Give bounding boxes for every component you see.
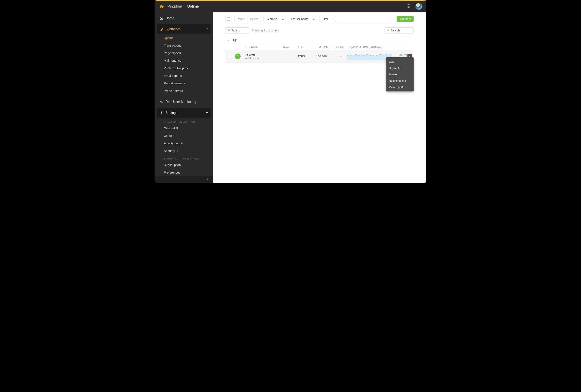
menu-item-pause[interactable]: Pause [386, 71, 414, 78]
breadcrumb: Pingdom › Uptime [168, 4, 199, 8]
group-label: up [233, 38, 237, 42]
sidebar-item-preferences[interactable]: Preferences [155, 169, 212, 176]
filter-dropdown[interactable]: Filter ▾ [320, 16, 336, 22]
app-switcher-icon[interactable] [406, 4, 411, 8]
sidebar-item-label: Settings [166, 111, 178, 115]
search-box[interactable] [384, 27, 414, 33]
svg-point-1 [161, 113, 162, 114]
check-type: HTTPS [296, 55, 313, 58]
gear-icon [159, 111, 164, 115]
menu-item-view-reports[interactable]: View reports [386, 84, 414, 90]
col-upsince[interactable]: UP SINCE [329, 45, 344, 48]
sidebar-item-public-status-page[interactable]: Public status page [155, 64, 212, 72]
delete-button[interactable]: Delete [247, 16, 261, 22]
group-header[interactable]: ▼ up [225, 38, 414, 44]
col-sitename[interactable]: SITE NAME▲ [245, 45, 283, 48]
app-header: Pingdom › Uptime [155, 0, 426, 12]
sort-asc-icon: ▲ [276, 45, 278, 48]
sidebar-item-email-reports[interactable]: Email reports [155, 72, 212, 79]
caret-down-icon: ▼ [227, 39, 230, 41]
sidebar-item-activity-log[interactable]: Activity Log⧉ [155, 139, 212, 147]
external-link-icon: ⧉ [181, 142, 183, 145]
chevron-up-icon [206, 27, 208, 31]
tags-input[interactable] [232, 29, 246, 32]
breadcrumb-root[interactable]: Pingdom [168, 4, 182, 8]
sidebar-item-label: Home [166, 16, 174, 20]
sidebar-subheader-syn: SYNTHETIC & RUM SETTINGS [155, 155, 212, 161]
tags-filter[interactable] [225, 27, 249, 33]
check-name: Instatus [245, 53, 282, 56]
breadcrumb-current: Uptime [187, 4, 199, 8]
sidebar-item-users[interactable]: Users⧉ [155, 132, 212, 139]
sidebar-collapse-button[interactable] [155, 176, 212, 183]
filter-toolbar: Showing 1 of 1 check [225, 27, 414, 33]
main-content: Pause Delete By status Last 24 hours [212, 12, 426, 183]
menu-item-hold-delete[interactable]: Hold to delete [386, 78, 414, 84]
sort-icon [313, 17, 315, 21]
brand-logo-icon[interactable] [159, 3, 164, 9]
col-uptime[interactable]: UPTIME [314, 45, 329, 48]
chevron-left-icon [206, 178, 209, 181]
select-all-checkbox[interactable] [227, 17, 230, 21]
menu-item-edit[interactable]: Edit [386, 59, 414, 65]
sidebar-item-maintenance[interactable]: Maintenance [155, 57, 212, 64]
sort-dropdown[interactable]: By status [264, 16, 286, 22]
svg-point-2 [387, 29, 389, 31]
sidebar-item-label: Real User Monitoring [166, 100, 196, 104]
sidebar-item-synthetics[interactable]: Synthetics [157, 24, 210, 34]
search-icon [387, 28, 390, 32]
sidebar-item-subscription[interactable]: Subscription [155, 161, 212, 169]
external-link-icon: ⧉ [176, 127, 178, 129]
sidebar-item-settings[interactable]: Settings [157, 108, 210, 118]
gauge-icon [159, 100, 164, 104]
sidebar-subheader-org: ORGANIZATION SETTINGS [155, 118, 212, 124]
caret-down-icon: ▾ [332, 18, 334, 20]
external-link-icon: ⧉ [174, 134, 175, 137]
sidebar-item-uptime[interactable]: Uptime [155, 34, 212, 42]
bulk-toolbar: Pause Delete By status Last 24 hours [225, 15, 414, 23]
synthetics-icon [159, 27, 164, 31]
sidebar-item-page-speed[interactable]: Page Speed [155, 49, 212, 57]
sidebar-item-security[interactable]: Security⧉ [155, 147, 212, 155]
col-response-time[interactable]: RESPONSE TIME / OUTAGES [344, 45, 408, 48]
results-count: Showing 1 of 1 check [252, 29, 279, 32]
response-time-sparkline [346, 52, 392, 60]
row-checkbox[interactable] [228, 55, 231, 58]
user-avatar[interactable] [415, 3, 422, 10]
menu-item-duplicate[interactable]: Duplicate [386, 65, 414, 71]
row-context-menu: Edit Duplicate Pause Hold to delete View… [386, 57, 414, 91]
col-tags[interactable]: TAGS [283, 45, 296, 48]
sidebar-item-report-banners[interactable]: Report banners [155, 79, 212, 87]
pause-button[interactable]: Pause [234, 16, 248, 22]
col-type[interactable]: TYPE [296, 45, 314, 48]
sidebar-item-rum[interactable]: Real User Monitoring [157, 97, 210, 107]
sidebar-item-general[interactable]: General⧉ [155, 124, 212, 132]
sort-icon [282, 17, 284, 21]
sidebar-item-transactions[interactable]: Transactions [155, 42, 212, 49]
external-link-icon: ⧉ [177, 150, 178, 152]
home-icon [159, 16, 164, 20]
response-ms: 288 ms [399, 53, 408, 56]
check-uptime: 100.00% [313, 55, 328, 58]
check-domain: instatus.com [245, 57, 282, 60]
sidebar: Home Synthetics Uptime Transactions Page… [155, 12, 212, 183]
add-new-button[interactable]: Add new [396, 16, 413, 22]
search-input[interactable] [391, 29, 411, 32]
bulk-action-group: Pause Delete [234, 16, 261, 22]
sidebar-item-probe-servers[interactable]: Probe servers [155, 87, 212, 95]
tag-icon [228, 29, 230, 32]
timerange-dropdown[interactable]: Last 24 hours [289, 16, 317, 22]
table-header: SITE NAME▲ TAGS TYPE UPTIME UP SINCE RES… [225, 44, 414, 50]
sidebar-item-home[interactable]: Home [157, 13, 210, 23]
check-upsince: ∞ [328, 54, 342, 58]
chevron-right-icon: › [184, 4, 185, 8]
status-up-icon [235, 53, 240, 59]
sidebar-item-label: Synthetics [166, 27, 181, 31]
chevron-up-icon [206, 111, 208, 115]
table-row[interactable]: Instatus instatus.com HTTPS 100.00% ∞ 28… [225, 50, 414, 63]
